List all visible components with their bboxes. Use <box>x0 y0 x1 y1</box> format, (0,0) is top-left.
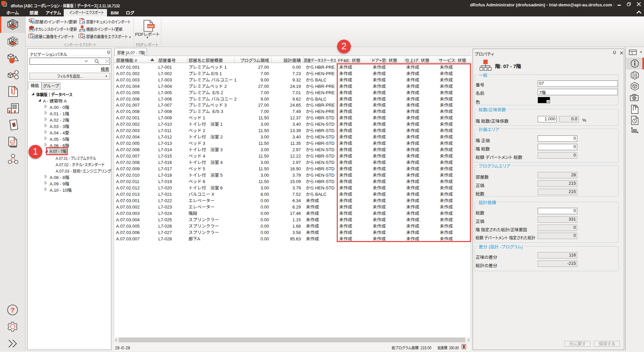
svg-text:?: ? <box>10 306 15 314</box>
svg-text:PDF: PDF <box>148 25 154 28</box>
